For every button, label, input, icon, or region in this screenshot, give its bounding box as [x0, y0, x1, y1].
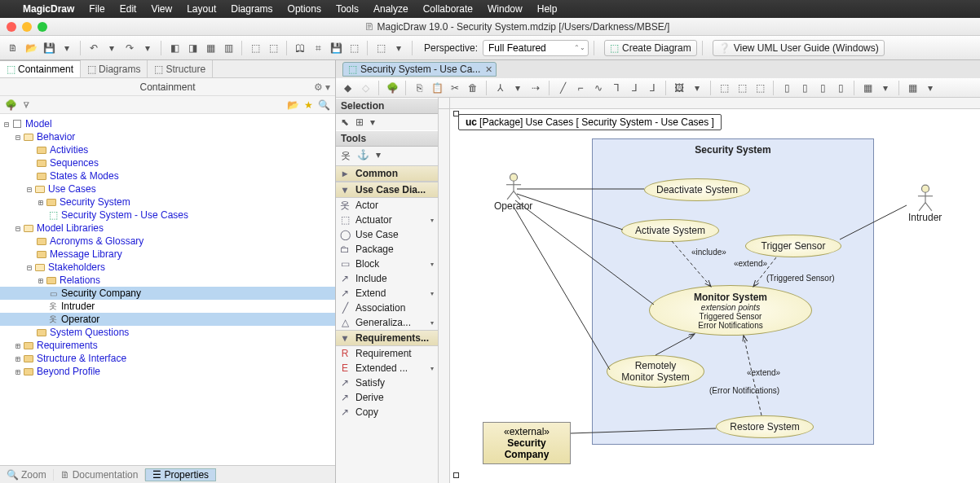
external-security-company[interactable]: «external» Security Company	[483, 422, 571, 464]
actor-tool-icon[interactable]: 옷	[341, 149, 351, 163]
expand-toggle[interactable]: ⊟	[24, 263, 34, 272]
palette-satisfy[interactable]: ↗Satisfy	[336, 375, 438, 390]
canvas-copy-icon[interactable]: ⎘	[411, 80, 427, 96]
expand-toggle[interactable]: ⊞	[36, 276, 46, 285]
palette-include[interactable]: ↗Include	[336, 271, 438, 286]
anchor-tool-icon[interactable]: ⚓	[357, 149, 369, 163]
menu-collaborate[interactable]: Collaborate	[423, 3, 473, 15]
tree-modellib[interactable]: Model Libraries	[37, 222, 104, 234]
tab-documentation[interactable]: 🗎 Documentation	[54, 469, 146, 481]
canvas-view2-dd[interactable]: ▾	[922, 80, 938, 96]
palette-actor[interactable]: 옷Actor	[336, 198, 438, 213]
usecase-trigger[interactable]: Trigger Sensor	[745, 235, 841, 257]
tool-g-icon[interactable]: 🕮	[292, 40, 308, 56]
tab-properties[interactable]: ☰ Properties	[145, 468, 216, 481]
menu-view[interactable]: View	[151, 3, 172, 15]
menu-window[interactable]: Window	[488, 3, 523, 15]
minibar-star-icon[interactable]: ★	[304, 99, 313, 111]
containment-tree[interactable]: ⊟Model ⊟Behavior Activities Sequences St…	[0, 114, 335, 465]
undo-icon[interactable]: ↶	[86, 40, 102, 56]
canvas-view2-icon[interactable]: ▦	[904, 80, 920, 96]
palette-usecase[interactable]: ◯Use Case	[336, 227, 438, 242]
nav-fwd-icon[interactable]: ◇	[357, 80, 373, 96]
tree-requirements[interactable]: Requirements	[37, 340, 98, 351]
canvas-align3-icon[interactable]: ▯	[814, 80, 831, 96]
canvas-align4-icon[interactable]: ▯	[832, 80, 849, 96]
expand-toggle[interactable]: ⊟	[2, 120, 11, 129]
undo-dropdown[interactable]: ▾	[104, 40, 120, 56]
minibar-tree-icon[interactable]: 🌳	[5, 99, 17, 111]
save-icon[interactable]: 💾	[41, 40, 57, 56]
expand-toggle[interactable]: ⊞	[13, 341, 23, 350]
canvas-tree-icon[interactable]: 🌳	[384, 80, 400, 96]
canvas-grp2-icon[interactable]: ⬚	[734, 80, 750, 96]
tree-behavior[interactable]: Behavior	[37, 131, 75, 143]
menu-tools[interactable]: Tools	[336, 3, 359, 15]
tree-usecases[interactable]: Use Cases	[48, 183, 96, 195]
new-icon[interactable]: 🗎	[5, 40, 21, 56]
save-dropdown-icon[interactable]: ▾	[59, 40, 75, 56]
tree-securitysystem[interactable]: Security System	[60, 196, 130, 208]
tool-b-icon[interactable]: ◨	[184, 40, 201, 56]
menu-layout[interactable]: Layout	[187, 3, 216, 15]
tool-e-icon[interactable]: ⬚	[247, 40, 263, 56]
tree-relations[interactable]: Relations	[60, 274, 100, 286]
palette-requirements-header[interactable]: ▾Requirements...	[336, 330, 438, 346]
grid-tool-icon[interactable]: ⊞	[355, 116, 364, 128]
zoom-window-button[interactable]	[38, 22, 47, 32]
palette-copy[interactable]: ↗Copy	[336, 405, 438, 419]
tree-intruder[interactable]: Intruder	[61, 301, 95, 312]
palette-common-header[interactable]: ▸Common	[336, 165, 438, 182]
close-tab-icon[interactable]: ✕	[485, 64, 492, 75]
tab-diagrams[interactable]: ⬚Diagrams	[81, 60, 148, 77]
expand-toggle[interactable]: ⊟	[13, 133, 23, 142]
tree-model[interactable]: Model	[25, 118, 52, 130]
tab-containment[interactable]: ⬚Containment	[0, 60, 81, 77]
open-icon[interactable]: 📂	[23, 40, 39, 56]
tab-structure[interactable]: ⬚Structure	[148, 60, 213, 77]
tool-j-icon[interactable]: ⬚	[346, 40, 362, 56]
canvas-line1-icon[interactable]: ╱	[554, 80, 571, 96]
tool-c-icon[interactable]: ▦	[202, 40, 219, 56]
selection-handle[interactable]	[453, 111, 459, 116]
minimize-window-button[interactable]	[22, 22, 32, 32]
tool-i-icon[interactable]: 💾	[328, 40, 344, 56]
canvas-view1-icon[interactable]: ▦	[859, 80, 876, 96]
tree-operator[interactable]: Operator	[61, 314, 99, 325]
tree-sequences[interactable]: Sequences	[50, 157, 99, 169]
tree-structint[interactable]: Structure & Interface	[37, 353, 126, 364]
expand-toggle[interactable]: ⊞	[13, 367, 23, 376]
canvas-line3-icon[interactable]: ∿	[590, 80, 607, 96]
canvas-pic-icon[interactable]: 🖼	[671, 80, 687, 96]
redo-dropdown[interactable]: ▾	[139, 40, 156, 56]
tree-seccompany[interactable]: Security Company	[61, 288, 141, 299]
nav-back-icon[interactable]: ◆	[339, 80, 355, 96]
usecase-monitor[interactable]: Monitor System extension points Triggere…	[649, 285, 812, 336]
canvas-grp3-icon[interactable]: ⬚	[752, 80, 768, 96]
tool-d-icon[interactable]: ▥	[220, 40, 236, 56]
diagram-canvas[interactable]: uc [Package] Use Cases [ Security System…	[439, 98, 980, 483]
palette-actuator[interactable]: ⬚Actuator▾	[336, 213, 438, 227]
palette-block[interactable]: ▭Block▾	[336, 257, 438, 271]
usecase-restore[interactable]: Restore System	[716, 415, 814, 438]
palette-ucd-header[interactable]: ▾Use Case Dia...	[336, 182, 438, 198]
usecase-remote[interactable]: RemotelyMonitor System	[607, 355, 704, 388]
tab-zoom[interactable]: 🔍 Zoom	[0, 469, 54, 481]
palette-generalization[interactable]: △Generaliza...▾	[336, 315, 438, 330]
menu-help[interactable]: Help	[537, 3, 558, 15]
palette-package[interactable]: 🗀Package	[336, 242, 438, 257]
palette-extend[interactable]: ↗Extend▾	[336, 286, 438, 301]
canvas-paste-icon[interactable]: 📋	[429, 80, 445, 96]
minibar-filter-icon[interactable]: ⛛	[22, 99, 32, 111]
canvas-view1-dd[interactable]: ▾	[877, 80, 894, 96]
tool-a-icon[interactable]: ◧	[166, 40, 183, 56]
menu-options[interactable]: Options	[288, 3, 321, 15]
palette-tools-header[interactable]: Tools	[336, 130, 438, 147]
canvas-delete-icon[interactable]: 🗑	[465, 80, 481, 96]
menu-file[interactable]: File	[89, 3, 104, 15]
tree-activities[interactable]: Activities	[50, 144, 88, 156]
usecase-deactivate[interactable]: Deactivate System	[644, 178, 750, 201]
palette-extended[interactable]: EExtended ...▾	[336, 361, 438, 375]
view-guide-button[interactable]: ❔View UML User Guide (Windows)	[713, 40, 885, 56]
canvas-align1-icon[interactable]: ▯	[779, 80, 795, 96]
